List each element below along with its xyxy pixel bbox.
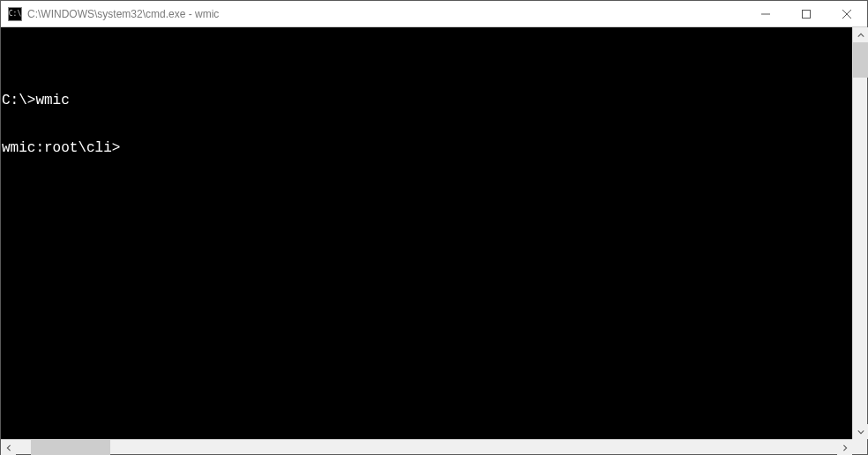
main-row: C:\>wmic wmic:root\cli> [1, 27, 867, 439]
close-icon [842, 10, 851, 19]
scroll-up-button[interactable] [853, 27, 868, 42]
svg-rect-1 [803, 10, 811, 18]
minimize-button[interactable] [745, 1, 786, 26]
vertical-scroll-thumb[interactable] [853, 42, 868, 78]
terminal-line: wmic:root\cli> [2, 140, 851, 156]
vertical-scrollbar[interactable] [852, 27, 867, 439]
client-area: C:\>wmic wmic:root\cli> [1, 27, 867, 454]
chevron-left-icon [5, 444, 12, 451]
scroll-down-button[interactable] [853, 424, 868, 439]
scroll-left-button[interactable] [1, 440, 16, 455]
horizontal-scroll-track[interactable] [16, 440, 837, 454]
chevron-down-icon [857, 429, 864, 436]
terminal-line: C:\>wmic [2, 93, 851, 108]
titlebar[interactable]: C:\ C:\WINDOWS\system32\cmd.exe - wmic [1, 1, 867, 27]
terminal-output[interactable]: C:\>wmic wmic:root\cli> [1, 27, 852, 439]
scroll-right-button[interactable] [837, 440, 852, 455]
chevron-right-icon [842, 444, 849, 451]
window-title: C:\WINDOWS\system32\cmd.exe - wmic [27, 8, 745, 20]
app-icon: C:\ [8, 7, 22, 21]
maximize-button[interactable] [786, 1, 827, 26]
chevron-up-icon [857, 32, 864, 39]
scroll-corner [852, 439, 867, 454]
app-window: C:\ C:\WINDOWS\system32\cmd.exe - wmic C… [0, 0, 868, 455]
horizontal-scroll-thumb[interactable] [31, 440, 110, 455]
window-controls [745, 1, 867, 26]
maximize-icon [802, 10, 811, 19]
close-button[interactable] [827, 1, 867, 26]
minimize-icon [761, 10, 770, 19]
horizontal-scrollbar[interactable] [1, 439, 852, 454]
